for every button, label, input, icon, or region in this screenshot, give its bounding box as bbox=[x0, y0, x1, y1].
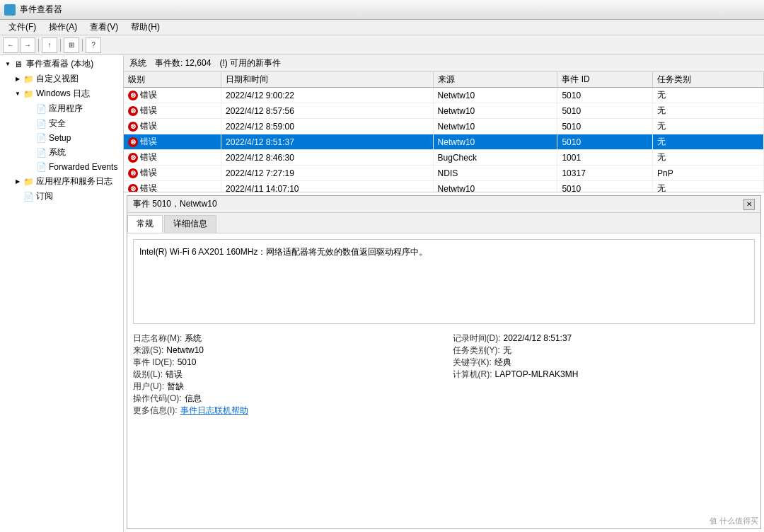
table-row[interactable]: ⊗错误2022/4/12 8:46:30BugCheck1001无 bbox=[124, 150, 764, 166]
cell-eventid: 5010 bbox=[557, 134, 653, 150]
tree-item-sec[interactable]: 📄 安全 bbox=[0, 116, 123, 131]
recordtime-label: 记录时间(D): bbox=[453, 332, 501, 345]
moreinfo-link[interactable]: 事件日志联机帮助 bbox=[180, 405, 248, 417]
cell-source: Netwtw10 bbox=[433, 103, 557, 119]
show-hide-button[interactable]: ⊞ bbox=[64, 37, 79, 53]
cell-level: ⊗错误 bbox=[124, 103, 221, 119]
tree-item-winlog[interactable]: ▼ 📁 Windows 日志 bbox=[0, 86, 123, 101]
back-button[interactable]: ← bbox=[3, 37, 18, 53]
table-row[interactable]: ⊗错误2022/4/11 14:07:10Netwtw105010无 bbox=[124, 181, 764, 193]
tree-item-custom[interactable]: ▶ 📁 自定义视图 bbox=[0, 71, 123, 86]
expand-app bbox=[25, 104, 35, 114]
cell-level: ⊗错误 bbox=[124, 134, 221, 150]
menu-help[interactable]: 帮助(H) bbox=[125, 20, 166, 35]
expand-sub bbox=[13, 192, 23, 202]
appsvc-icon: 📁 bbox=[23, 176, 34, 187]
recordtime-value: 2022/4/12 8:51:37 bbox=[504, 333, 572, 343]
cell-task: PnP bbox=[653, 166, 764, 181]
appsvc-label: 应用程序和服务日志 bbox=[36, 175, 112, 187]
tree-item-root[interactable]: ▼ 🖥 事件查看器 (本地) bbox=[0, 57, 123, 71]
table-header-row: 级别 日期和时间 来源 事件 ID 任务类别 bbox=[124, 72, 764, 88]
new-events: (!) 可用的新事件 bbox=[219, 57, 281, 69]
setup-icon: 📄 bbox=[35, 132, 47, 144]
error-icon: ⊗ bbox=[128, 168, 138, 178]
table-row[interactable]: ⊗错误2022/4/12 9:00:22Netwtw105010无 bbox=[124, 88, 764, 103]
sub-icon: 📄 bbox=[23, 191, 34, 202]
cell-task: 无 bbox=[653, 119, 764, 134]
error-icon: ⊗ bbox=[128, 91, 138, 100]
sec-label: 安全 bbox=[49, 117, 66, 129]
detail-close-button[interactable]: ✕ bbox=[743, 199, 755, 210]
detail-fields: 日志名称(M): 系统 来源(S): Netwtw10 事件 ID(E): 50… bbox=[133, 332, 755, 417]
tree-item-setup[interactable]: 📄 Setup bbox=[0, 131, 123, 145]
cell-datetime: 2022/4/12 7:27:19 bbox=[221, 166, 433, 181]
forward-button[interactable]: → bbox=[20, 37, 35, 53]
app-icon bbox=[4, 4, 16, 16]
tree-item-appsvc[interactable]: ▶ 📁 应用程序和服务日志 bbox=[0, 174, 123, 189]
detail-content: Intel(R) Wi-Fi 6 AX201 160MHz：网络适配器将无效的数… bbox=[127, 233, 760, 528]
opcode-label: 操作代码(O): bbox=[133, 393, 182, 405]
detail-tabs: 常规 详细信息 bbox=[127, 213, 760, 233]
user-value: 暂缺 bbox=[167, 381, 184, 393]
logname-value: 系统 bbox=[185, 332, 202, 345]
logname-label: 日志名称(M): bbox=[133, 332, 182, 345]
tree-item-sys[interactable]: 📄 系统 bbox=[0, 145, 123, 160]
right-panel: 系统 事件数: 12,604 (!) 可用的新事件 级别 日期和时间 来源 事件… bbox=[124, 55, 764, 532]
cell-eventid: 5010 bbox=[557, 181, 653, 193]
events-table: 级别 日期和时间 来源 事件 ID 任务类别 ⊗错误2022/4/12 9:00… bbox=[124, 72, 764, 192]
cell-datetime: 2022/4/12 9:00:22 bbox=[221, 88, 433, 103]
toolbar: ← → ↑ ⊞ ? bbox=[0, 35, 764, 55]
app-label: 应用程序 bbox=[49, 103, 83, 115]
table-row[interactable]: ⊗错误2022/4/12 8:57:56Netwtw105010无 bbox=[124, 103, 764, 119]
toolbar-separator3 bbox=[82, 39, 83, 52]
tree-item-sub[interactable]: 📄 订阅 bbox=[0, 189, 123, 204]
tab-general[interactable]: 常规 bbox=[127, 215, 163, 233]
setup-label: Setup bbox=[49, 133, 71, 143]
detail-title-bar: 事件 5010，Netwtw10 ✕ bbox=[127, 196, 760, 213]
expand-sys bbox=[25, 148, 35, 158]
source-value: Netwtw10 bbox=[166, 345, 204, 355]
detail-message: Intel(R) Wi-Fi 6 AX201 160MHz：网络适配器将无效的数… bbox=[139, 247, 427, 257]
cell-source: Netwtw10 bbox=[433, 119, 557, 134]
expand-sec bbox=[25, 119, 35, 129]
tab-details[interactable]: 详细信息 bbox=[164, 215, 216, 233]
expand-root: ▼ bbox=[3, 59, 13, 69]
cell-level: ⊗错误 bbox=[124, 88, 221, 103]
tree-item-app[interactable]: 📄 应用程序 bbox=[0, 101, 123, 116]
sys-icon: 📄 bbox=[35, 147, 47, 158]
keywords-value: 经典 bbox=[494, 357, 511, 369]
source-label: 来源(S): bbox=[133, 345, 163, 357]
help-button[interactable]: ? bbox=[86, 37, 101, 53]
detail-title: 事件 5010，Netwtw10 bbox=[133, 198, 217, 210]
cell-level: ⊗错误 bbox=[124, 150, 221, 166]
taskcategory-value: 无 bbox=[503, 345, 511, 357]
fwd-label: Forwarded Events bbox=[49, 162, 117, 172]
menu-view[interactable]: 查看(V) bbox=[84, 20, 124, 35]
tree-item-fwd[interactable]: 📄 Forwarded Events bbox=[0, 160, 123, 174]
toolbar-separator2 bbox=[60, 39, 61, 52]
expand-fwd bbox=[25, 162, 35, 172]
error-icon: ⊗ bbox=[128, 153, 138, 163]
custom-icon: 📁 bbox=[23, 74, 34, 85]
title-bar: 事件查看器 bbox=[0, 0, 764, 20]
table-row[interactable]: ⊗错误2022/4/12 7:27:19NDIS10317PnP bbox=[124, 166, 764, 181]
fwd-icon: 📄 bbox=[35, 161, 47, 173]
cell-task: 无 bbox=[653, 150, 764, 166]
cell-datetime: 2022/4/12 8:57:56 bbox=[221, 103, 433, 119]
field-moreinfo-row: 更多信息(I): 事件日志联机帮助 bbox=[133, 405, 436, 417]
cell-source: Netwtw10 bbox=[433, 181, 557, 193]
field-eventid-row: 事件 ID(E): 5010 bbox=[133, 357, 436, 369]
computer-value: LAPTOP-MLRAK3MH bbox=[495, 369, 579, 379]
table-row[interactable]: ⊗错误2022/4/12 8:51:37Netwtw105010无 bbox=[124, 134, 764, 150]
cell-source: Netwtw10 bbox=[433, 88, 557, 103]
menu-file[interactable]: 文件(F) bbox=[3, 20, 42, 35]
table-row[interactable]: ⊗错误2022/4/12 8:59:00Netwtw105010无 bbox=[124, 119, 764, 134]
log-name: 系统 bbox=[129, 57, 146, 69]
menu-bar: 文件(F) 操作(A) 查看(V) 帮助(H) bbox=[0, 20, 764, 35]
winlog-label: Windows 日志 bbox=[36, 88, 90, 100]
cell-task: 无 bbox=[653, 88, 764, 103]
menu-action[interactable]: 操作(A) bbox=[43, 20, 83, 35]
up-button[interactable]: ↑ bbox=[42, 37, 57, 53]
sec-icon: 📄 bbox=[35, 118, 47, 129]
taskcategory-label: 任务类别(Y): bbox=[453, 345, 500, 357]
